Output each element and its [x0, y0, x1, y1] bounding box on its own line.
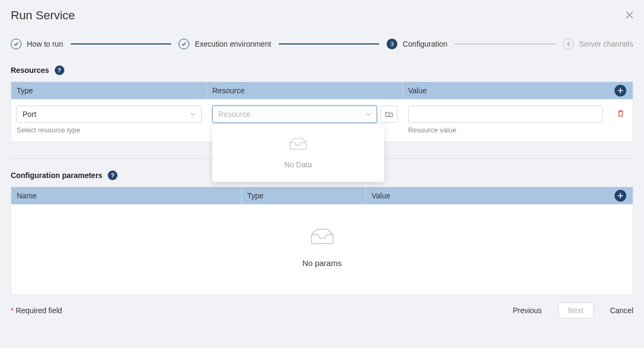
step-label: Server channels — [579, 40, 633, 48]
step-label: Configuration — [403, 40, 447, 48]
next-button: Next — [558, 302, 594, 319]
delete-row-button[interactable] — [617, 109, 625, 119]
empty-box-icon — [287, 135, 309, 154]
no-data-text: No Data — [284, 160, 312, 169]
previous-button[interactable]: Previous — [513, 306, 542, 315]
chevron-down-icon — [190, 110, 196, 119]
step-connector — [71, 43, 171, 45]
step-connector — [279, 43, 379, 45]
add-resource-button[interactable] — [615, 85, 626, 97]
help-icon[interactable]: ? — [55, 65, 64, 75]
select-placeholder: Resource — [218, 110, 250, 119]
page-title: Run Service — [11, 9, 75, 23]
asterisk-icon: * — [11, 306, 13, 315]
th-resource: Resource — [207, 82, 403, 99]
step-server-channels: 4 Server channels — [563, 39, 633, 49]
step-execution-environment[interactable]: Execution environment — [179, 39, 271, 49]
value-input[interactable] — [408, 106, 603, 123]
cancel-button[interactable]: Cancel — [610, 306, 633, 315]
th-type: Type — [11, 82, 207, 99]
select-value: Port — [23, 110, 36, 119]
section-label: Configuration parameters — [11, 171, 102, 180]
close-icon[interactable] — [626, 10, 633, 21]
no-params-text: No params — [302, 258, 342, 268]
wizard-steps: How to run Execution environment 3 Confi… — [0, 28, 644, 65]
step-number-icon: 4 — [563, 39, 574, 49]
params-table: Name Type Value No params — [11, 187, 633, 295]
helper-text: Select resource type — [17, 126, 202, 134]
help-icon[interactable]: ? — [108, 171, 117, 180]
th-value: Value — [403, 82, 608, 99]
helper-text: Resource value — [408, 126, 603, 134]
step-configuration[interactable]: 3 Configuration — [387, 39, 447, 49]
th-value: Value — [366, 187, 608, 204]
resource-select[interactable]: Resource No Data — [212, 106, 377, 123]
resources-section-title: Resources ? — [0, 65, 644, 75]
browse-resource-button[interactable] — [380, 106, 397, 123]
add-param-button[interactable] — [615, 190, 626, 202]
step-label: Execution environment — [195, 40, 271, 48]
table-row: Port Select resource type Resource — [11, 99, 633, 142]
check-icon — [179, 39, 189, 49]
empty-box-icon — [308, 226, 337, 249]
params-empty-state: No params — [11, 204, 633, 294]
step-number-icon: 3 — [387, 39, 397, 49]
step-connector — [455, 43, 555, 45]
resource-dropdown-panel: No Data — [212, 124, 384, 182]
chevron-down-icon — [366, 110, 371, 119]
section-label: Resources — [11, 66, 49, 75]
step-label: How to run — [27, 40, 63, 48]
required-note: *Required field — [11, 306, 62, 315]
required-text: Required field — [16, 306, 62, 315]
step-how-to-run[interactable]: How to run — [11, 39, 63, 49]
th-name: Name — [11, 187, 242, 204]
footer: *Required field Previous Next Cancel — [0, 295, 644, 319]
resources-table: Type Resource Value Port Select resource… — [11, 82, 633, 142]
th-type: Type — [242, 187, 366, 204]
type-select[interactable]: Port — [17, 106, 202, 123]
check-icon — [11, 39, 21, 49]
